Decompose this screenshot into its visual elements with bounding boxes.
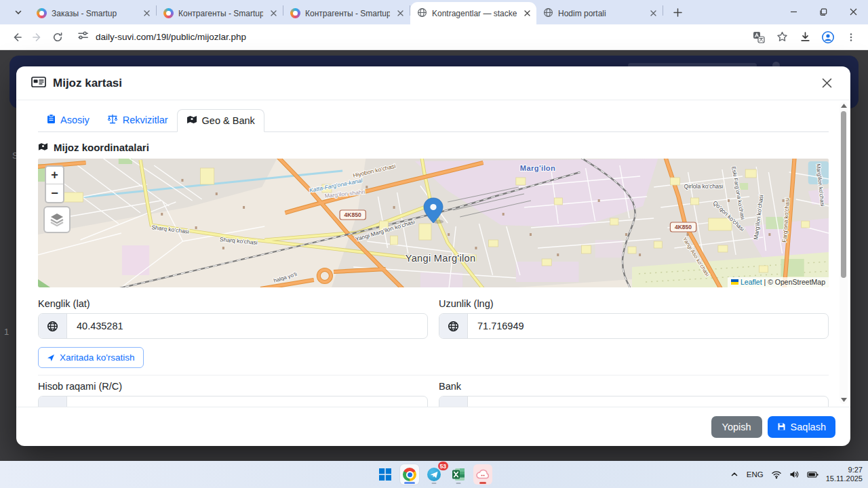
section-title-row: Mijoz koordinatalari [38,142,829,153]
modal-tab-bar: Asosiy Rekvizitlar Geo & Bank [38,108,829,132]
modal-footer: Yopish Saqlash [16,407,850,446]
smartup-favicon [290,8,300,18]
browser-tab-2[interactable]: Контрагенты - Smartup [157,2,283,24]
account-input[interactable] [67,396,427,407]
addon-box [39,396,67,407]
bank-form: Hisob raqami (R/C) Bank [38,381,829,407]
battery-icon[interactable] [807,470,818,479]
open-app-indicator [479,482,486,484]
browser-tab-3[interactable]: Контрагенты - Smartup [283,2,410,24]
globe-favicon [417,7,427,20]
tab-close-icon[interactable] [395,8,406,19]
scroll-up-arrow[interactable] [841,104,847,108]
tab-rekvizitlar[interactable]: Rekvizitlar [98,108,177,131]
site-info-icon[interactable] [77,30,89,44]
forward-button[interactable] [27,27,47,47]
browser-tab-bar: Заказы - Smartup Контрагенты - Smartup К… [0,0,868,24]
cloud-app-icon [475,468,490,481]
taskbar-telegram-button[interactable]: 53 [425,464,443,485]
new-tab-button[interactable] [669,3,686,21]
customer-card-modal: Mijoz kartasi Asosiy Rekvizitlar Geo [16,66,850,446]
modal-title: Mijoz kartasi [53,77,122,90]
tab-title: Kontragentlar — stacked moda [432,9,517,18]
wifi-icon[interactable] [771,470,782,479]
leaflet-link[interactable]: Leaflet [741,278,762,286]
map-pin-icon [38,142,48,153]
tab-geo-bank[interactable]: Geo & Bank [177,109,264,132]
notification-badge: 53 [438,462,448,470]
show-on-map-label: Xaritada ko'rsatish [60,352,135,363]
zoom-in-button[interactable]: + [46,167,63,184]
tab-close-icon[interactable] [521,8,532,19]
back-button[interactable] [7,27,27,47]
browser-tab-active[interactable]: Kontragentlar — stacked moda [410,2,536,24]
modal-close-icon[interactable] [818,75,835,92]
tab-label: Rekvizitlar [123,115,168,125]
tab-close-icon[interactable] [268,8,279,19]
browser-tab-5[interactable]: Hodim portali [536,2,663,24]
tab-label: Geo & Bank [202,115,255,126]
save-button[interactable]: Saqlash [768,416,835,438]
map-layers-control[interactable] [43,206,71,233]
account-label: Hisob raqami (R/C) [38,381,428,392]
tray-time: 9:27 [826,466,863,474]
tab-title: Контрагенты - Smartup [305,9,390,18]
keyboard-language[interactable]: ENG [747,470,764,479]
tab-label: Asosiy [60,115,90,125]
scroll-down-arrow[interactable] [841,398,847,402]
map-label: Qirlola ko'chasi [684,183,724,190]
lat-label: Kenglik (lat) [38,298,428,309]
smartup-favicon [37,8,47,18]
url-text[interactable]: daily-suvi.com/19l/public/mijozlar.php [96,32,246,42]
open-app-indicator [456,483,461,485]
taskbar-cloud-app-button[interactable] [473,464,492,485]
tray-chevron-up-icon[interactable] [730,470,739,479]
show-on-map-button[interactable]: Xaritada ko'rsatish [38,347,144,368]
bookmark-star-icon[interactable] [772,27,792,47]
modal-body: Asosiy Rekvizitlar Geo & Bank Mijoz koor… [16,100,850,407]
start-button[interactable] [376,464,395,485]
screen: Заказы - Smartup Контрагенты - Smartup К… [0,0,868,488]
reload-button[interactable] [47,27,68,47]
modal-scrollbar[interactable] [840,102,848,404]
addon-box [439,396,468,407]
globe-favicon [543,7,553,20]
close-button[interactable]: Yopish [711,416,762,438]
lng-input[interactable] [468,314,828,338]
clock[interactable]: 9:27 15.11.2025 [826,466,863,483]
tab-close-icon[interactable] [648,8,658,19]
telegram-icon [427,468,441,481]
excel-icon [452,468,465,481]
lat-input-group [38,313,428,339]
browser-address-bar: daily-suvi.com/19l/public/mijozlar.php [0,24,868,50]
tab-search-chevron-icon[interactable] [9,3,27,21]
taskbar-excel-button[interactable] [449,464,468,485]
page-backdrop: S 1 Mijoz kartasi Asosiy Rekvizitlar [0,50,868,461]
window-minimize-button[interactable] [778,0,808,23]
map-label: Marg'ilon [520,164,555,172]
section-title: Mijoz koordinatalari [54,142,149,153]
modal-header: Mijoz kartasi [16,66,850,100]
tray-date: 15.11.2025 [826,474,863,483]
tab-asosiy[interactable]: Asosiy [38,108,98,131]
leaflet-map[interactable]: Hiyobon ko'chasi Katta-Farg'ona-kanal Ma… [38,159,829,287]
zoom-out-button[interactable]: − [46,184,63,202]
globe-icon [439,314,468,338]
browser-tab-1[interactable]: Заказы - Smartup [30,2,156,24]
window-maximize-button[interactable] [808,0,838,23]
taskbar-chrome-button[interactable] [400,464,419,485]
lat-input[interactable] [67,314,427,338]
road-shield: 4K850 [344,212,361,219]
navigation-arrow-icon [47,354,55,362]
osm-attribution[interactable]: | © OpenStreetMap [764,278,825,286]
volume-icon[interactable] [789,470,800,479]
download-icon[interactable] [795,27,815,47]
scrollbar-thumb[interactable] [841,111,846,278]
tab-close-icon[interactable] [141,8,152,19]
window-close-button[interactable] [838,0,868,23]
translate-icon[interactable] [749,27,769,47]
bank-input[interactable] [468,396,828,407]
layers-icon [50,213,64,226]
profile-avatar-icon[interactable] [818,27,838,47]
browser-menu-icon[interactable] [841,27,861,47]
